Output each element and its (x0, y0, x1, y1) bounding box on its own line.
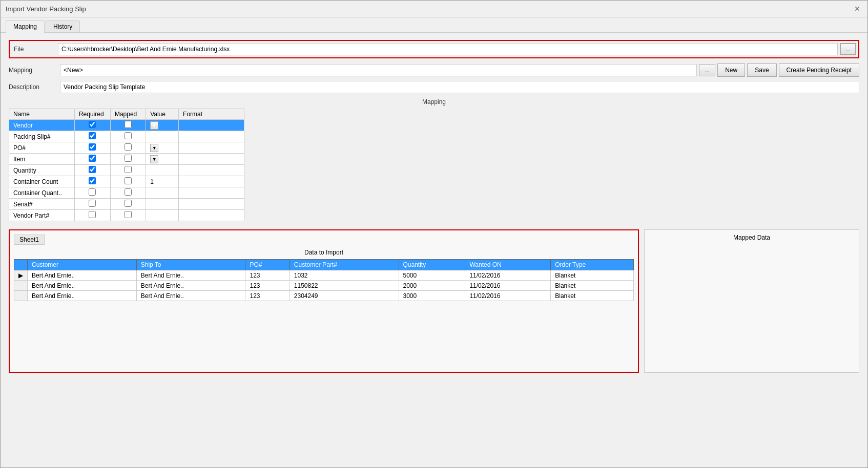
cell-part: 1032 (290, 270, 399, 281)
row-mapped[interactable] (110, 210, 146, 221)
table-row[interactable]: Quantity (9, 165, 244, 176)
row-value: ▼ (146, 154, 179, 165)
row-required[interactable] (74, 120, 110, 131)
required-checkbox[interactable] (89, 143, 96, 151)
file-browse-button[interactable]: ... (840, 43, 856, 55)
cell-qty: 3000 (399, 291, 465, 301)
data-row[interactable]: Bert And Ernie.. Bert And Ernie.. 123 23… (14, 291, 634, 301)
value-dropdown[interactable]: ▼ (150, 144, 158, 152)
main-window: Import Vendor Packing Slip ✕ Mapping His… (0, 0, 868, 468)
mapped-checkbox[interactable] (125, 166, 132, 173)
col-header-po: PO# (245, 260, 290, 270)
import-title: Data to Import (14, 249, 634, 256)
new-button[interactable]: New (717, 63, 745, 77)
required-checkbox[interactable] (89, 132, 96, 139)
col-header-required: Required (74, 109, 110, 120)
title-bar: Import Vendor Packing Slip ✕ (1, 1, 867, 17)
row-required[interactable] (74, 142, 110, 154)
row-mapped[interactable] (110, 165, 146, 176)
mapped-checkbox[interactable] (125, 200, 132, 207)
mapping-browse-button[interactable]: ... (699, 64, 715, 76)
required-checkbox[interactable] (89, 200, 96, 207)
required-checkbox[interactable] (89, 188, 96, 196)
table-row[interactable]: Serial# (9, 199, 244, 210)
sheet-panel: Sheet1 Data to Import Customer Ship To P… (9, 229, 639, 373)
table-row[interactable]: Vendor Part# (9, 210, 244, 221)
cell-po: 123 (245, 291, 290, 301)
row-value: ▼ (146, 120, 179, 131)
table-row[interactable]: Vendor ▼ (9, 120, 244, 131)
mapped-checkbox[interactable] (125, 155, 132, 162)
mapped-checkbox[interactable] (125, 177, 132, 184)
row-mapped[interactable] (110, 187, 146, 199)
row-value: 1 (146, 176, 179, 187)
mapped-checkbox[interactable] (125, 132, 132, 139)
cell-wanted: 11/02/2016 (465, 270, 551, 281)
data-row[interactable]: ▶ Bert And Ernie.. Bert And Ernie.. 123 … (14, 270, 634, 281)
required-checkbox[interactable] (89, 177, 96, 184)
row-name: Vendor (9, 120, 75, 131)
col-header-name: Name (9, 109, 75, 120)
close-button[interactable]: ✕ (852, 4, 862, 14)
value-dropdown[interactable]: ▼ (150, 121, 158, 130)
mapping-label: Mapping (9, 67, 60, 74)
row-format (179, 187, 244, 199)
mapped-checkbox[interactable] (125, 188, 132, 196)
row-required[interactable] (74, 210, 110, 221)
row-name: PO# (9, 142, 75, 154)
value-dropdown[interactable]: ▼ (150, 155, 158, 163)
create-pending-button[interactable]: Create Pending Receipt (779, 63, 859, 77)
tab-mapping[interactable]: Mapping (6, 20, 45, 33)
row-mapped[interactable] (110, 199, 146, 210)
row-value (146, 131, 179, 142)
table-row[interactable]: Container Count 1 (9, 176, 244, 187)
required-checkbox[interactable] (89, 121, 96, 128)
row-name: Item (9, 154, 75, 165)
mapped-checkbox[interactable] (125, 143, 132, 151)
row-format (179, 210, 244, 221)
row-required[interactable] (74, 165, 110, 176)
row-required[interactable] (74, 154, 110, 165)
row-mapped[interactable] (110, 120, 146, 131)
sheet-tab[interactable]: Sheet1 (14, 235, 45, 245)
required-checkbox[interactable] (89, 211, 96, 218)
required-checkbox[interactable] (89, 155, 96, 162)
col-header-wanted: Wanted ON (465, 260, 551, 270)
cell-shipto: Bert And Ernie.. (136, 291, 245, 301)
mapping-input[interactable] (60, 64, 697, 76)
table-row[interactable]: Container Quant.. (9, 187, 244, 199)
table-row[interactable]: Item ▼ (9, 154, 244, 165)
row-mapped[interactable] (110, 142, 146, 154)
bottom-section: Sheet1 Data to Import Customer Ship To P… (9, 229, 859, 373)
file-input[interactable] (58, 43, 838, 55)
window-title: Import Vendor Packing Slip (6, 5, 86, 13)
row-format (179, 176, 244, 187)
required-checkbox[interactable] (89, 166, 96, 173)
row-mapped[interactable] (110, 176, 146, 187)
row-required[interactable] (74, 131, 110, 142)
row-required[interactable] (74, 199, 110, 210)
cell-customer: Bert And Ernie.. (28, 270, 137, 281)
tab-history[interactable]: History (46, 20, 80, 32)
row-mapped[interactable] (110, 131, 146, 142)
row-value (146, 187, 179, 199)
mapped-checkbox[interactable] (125, 121, 132, 128)
mapped-checkbox[interactable] (125, 211, 132, 218)
table-row[interactable]: PO# ▼ (9, 142, 244, 154)
description-input[interactable] (60, 81, 859, 93)
row-required[interactable] (74, 187, 110, 199)
row-required[interactable] (74, 176, 110, 187)
table-row[interactable]: Packing Slip# (9, 131, 244, 142)
cell-shipto: Bert And Ernie.. (136, 281, 245, 291)
row-format (179, 165, 244, 176)
mapped-data-title: Mapped Data (649, 234, 855, 241)
row-format (179, 142, 244, 154)
col-header-arrow (14, 260, 28, 270)
row-format (179, 131, 244, 142)
save-button[interactable]: Save (747, 63, 776, 77)
cell-order-type: Blanket (551, 281, 634, 291)
row-name: Vendor Part# (9, 210, 75, 221)
row-arrow (14, 291, 28, 301)
data-row[interactable]: Bert And Ernie.. Bert And Ernie.. 123 11… (14, 281, 634, 291)
row-mapped[interactable] (110, 154, 146, 165)
